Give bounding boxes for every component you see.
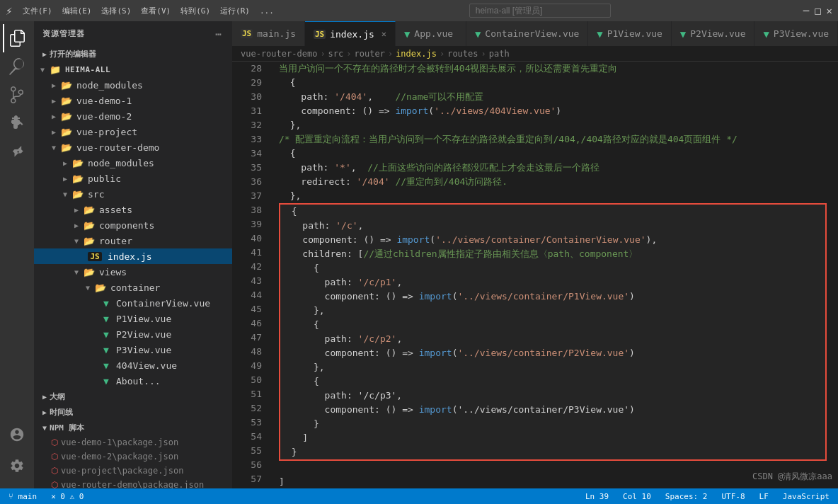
code-line-32[interactable]: }, <box>279 118 827 132</box>
menu-run[interactable]: 运行(R) <box>217 4 253 18</box>
status-col[interactable]: Col 10 <box>620 492 654 501</box>
breadcrumb-item-2[interactable]: src <box>328 49 344 59</box>
status-branch[interactable]: ⑂ main <box>6 492 40 501</box>
open-editors-section[interactable]: ▶ 打开的编辑器 <box>34 46 232 62</box>
code-line-56[interactable] <box>279 461 827 475</box>
code-line-46[interactable]: { <box>279 318 827 332</box>
code-line-34[interactable]: { <box>279 147 827 161</box>
tree-router[interactable]: ▼ 📂 router <box>34 233 232 248</box>
code-line-39[interactable]: path: '/c', <box>279 219 827 233</box>
tree-node-modules-1[interactable]: ▶ 📂 node_modules <box>34 77 232 93</box>
maximize-button[interactable]: □ <box>815 5 820 16</box>
code-line-33[interactable]: /* 配置重定向流程：当用户访问到一个不存在的路径就会重定向到/404,/404… <box>279 132 827 147</box>
menu-view[interactable]: 查看(V) <box>138 4 173 18</box>
code-line-49[interactable]: }, <box>279 360 827 374</box>
menu-select[interactable]: 选择(S) <box>98 4 134 18</box>
code-line-30[interactable]: path: '/404', //name可以不用配置 <box>279 90 827 104</box>
npm-pkg1[interactable]: ⬡ vue-demo-1\package.json <box>34 435 232 449</box>
tab-p2view-vue[interactable]: ▼ P2View.vue <box>672 21 755 46</box>
activity-scm[interactable] <box>3 81 31 109</box>
code-line-45[interactable]: }, <box>279 304 827 318</box>
timeline-section[interactable]: ▶ 时间线 <box>34 404 232 420</box>
tab-containerview-vue[interactable]: ▼ ContainerView.vue <box>466 21 588 46</box>
tree-views[interactable]: ▼ 📂 views <box>34 264 232 280</box>
code-line-31[interactable]: component: () => import('../views/404Vie… <box>279 104 827 118</box>
menu-goto[interactable]: 转到(G) <box>178 4 213 18</box>
npm-pkg2[interactable]: ⬡ vue-demo-2\package.json <box>34 449 232 464</box>
code-line-44[interactable]: component: () => import('../views/contai… <box>279 290 827 304</box>
code-area[interactable]: 当用户访问一个不存在的路径时才会被转到404视图去展示，所以还需要首先重定向 {… <box>268 62 838 488</box>
search-input[interactable] <box>469 4 611 18</box>
npm-pkg4[interactable]: ⬡ vue-router-demo\package.json <box>34 478 232 488</box>
code-line-48[interactable]: component: () => import('../views/contai… <box>279 346 827 360</box>
tab-close-icon[interactable]: ✕ <box>381 29 386 39</box>
tree-index-js[interactable]: JS index.js <box>34 248 232 264</box>
breadcrumb-item-5[interactable]: routes <box>447 49 478 59</box>
title-bar-menu[interactable]: ⚡ 文件(F) 编辑(E) 选择(S) 查看(V) 转到(G) 运行(R) ..… <box>6 4 277 18</box>
code-line-38[interactable]: { <box>279 203 827 219</box>
menu-edit[interactable]: 编辑(E) <box>59 4 95 18</box>
tree-p2view[interactable]: ▼ P2View.vue <box>34 326 232 342</box>
status-line[interactable]: Ln 39 <box>582 492 612 501</box>
code-line-36[interactable]: redirect: '/404' //重定向到/404访问路径. <box>279 175 827 189</box>
code-line-53[interactable]: } <box>279 417 827 431</box>
status-encoding[interactable]: UTF-8 <box>718 492 747 501</box>
breadcrumb-item-1[interactable]: vue-router-demo <box>241 49 317 59</box>
activity-account[interactable] <box>3 420 31 449</box>
tab-app-vue[interactable]: ▼ App.vue <box>396 21 466 46</box>
code-line-57[interactable]: ] <box>279 475 827 488</box>
code-line-50[interactable]: { <box>279 374 827 389</box>
tree-vue-demo-2[interactable]: ▶ 📂 vue-demo-2 <box>34 108 232 124</box>
tree-node-modules-2[interactable]: ▶ 📂 node_modules <box>34 155 232 171</box>
tree-components[interactable]: ▶ 📂 components <box>34 217 232 233</box>
tree-aboutview[interactable]: ▼ About... <box>34 373 232 389</box>
tree-vue-demo-1[interactable]: ▶ 📂 vue-demo-1 <box>34 93 232 108</box>
code-line-43[interactable]: path: '/c/p1', <box>279 275 827 290</box>
menu-more[interactable]: ... <box>257 5 277 17</box>
tab-index-js[interactable]: JS index.js ✕ <box>305 21 396 46</box>
close-button[interactable]: ✕ <box>827 5 832 16</box>
code-line-28[interactable]: 当用户访问一个不存在的路径时才会被转到404视图去展示，所以还需要首先重定向 <box>279 62 827 76</box>
npm-section[interactable]: ▼ NPM 脚本 <box>34 420 232 435</box>
code-line-35[interactable]: path: '*', //上面这些访问的路径都没匹配上才会走这最后一个路径 <box>279 161 827 175</box>
tree-container[interactable]: ▼ 📂 container <box>34 280 232 295</box>
new-file-icon[interactable]: ⋯ <box>214 27 224 41</box>
code-line-52[interactable]: component: () => import('../views/contai… <box>279 403 827 417</box>
activity-explorer[interactable] <box>3 24 31 52</box>
root-folder[interactable]: ▼ 📁 HEIMA-ALL <box>34 62 232 77</box>
breadcrumb-item-4[interactable]: index.js <box>396 49 437 59</box>
tree-vue-router-demo[interactable]: ▼ 📂 vue-router-demo <box>34 139 232 155</box>
tree-p1view[interactable]: ▼ P1View.vue <box>34 311 232 326</box>
activity-debug[interactable] <box>3 109 31 137</box>
tree-src[interactable]: ▼ 📂 src <box>34 186 232 202</box>
code-line-51[interactable]: path: '/c/p3', <box>279 389 827 403</box>
code-line-47[interactable]: path: '/c/p2', <box>279 332 827 346</box>
editor[interactable]: 2829303132333435363738394041424344454647… <box>232 62 838 488</box>
tree-assets[interactable]: ▶ 📂 assets <box>34 202 232 217</box>
tree-public[interactable]: ▶ 📂 public <box>34 171 232 186</box>
status-errors[interactable]: ✕ 0 ⚠ 0 <box>48 492 86 501</box>
tab-main-js[interactable]: JS main.js <box>232 21 305 46</box>
breadcrumb-item-3[interactable]: router <box>355 49 385 59</box>
breadcrumb-item-6[interactable]: path <box>489 49 510 59</box>
code-line-55[interactable]: } <box>279 445 827 461</box>
code-line-42[interactable]: { <box>279 261 827 275</box>
activity-settings[interactable] <box>3 452 31 480</box>
tree-p3view[interactable]: ▼ P3View.vue <box>34 342 232 357</box>
tab-p1view-vue[interactable]: ▼ P1View.vue <box>588 21 672 46</box>
tree-vue-project[interactable]: ▶ 📂 vue-project <box>34 124 232 139</box>
code-line-37[interactable]: }, <box>279 189 827 203</box>
status-spaces[interactable]: Spaces: 2 <box>662 492 711 501</box>
title-search[interactable] <box>282 4 798 18</box>
activity-extensions[interactable] <box>3 137 31 166</box>
minimize-button[interactable]: ─ <box>803 5 809 16</box>
tab-p3view-vue[interactable]: ▼ P3View.vue <box>754 21 838 46</box>
code-line-40[interactable]: component: () => import('../views/contai… <box>279 233 827 247</box>
tree-containerview[interactable]: ▼ ContainerView.vue <box>34 295 232 311</box>
status-line-ending[interactable]: LF <box>757 492 771 501</box>
status-language[interactable]: JavaScript <box>780 492 832 501</box>
menu-file[interactable]: 文件(F) <box>20 4 55 18</box>
code-line-29[interactable]: { <box>279 76 827 90</box>
activity-search[interactable] <box>3 52 31 81</box>
code-line-54[interactable]: ] <box>279 431 827 445</box>
